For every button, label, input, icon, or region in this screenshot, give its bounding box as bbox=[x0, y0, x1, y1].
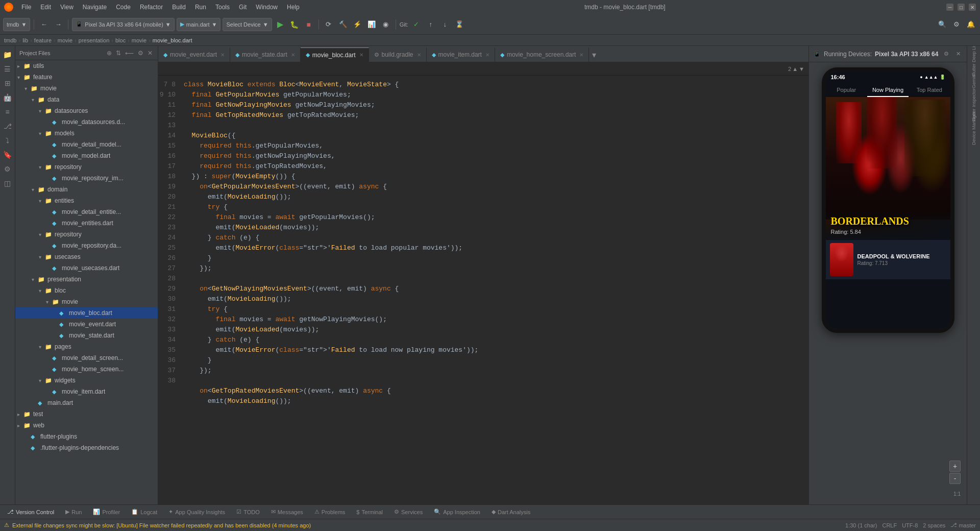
sidebar-icon-build-variants[interactable]: ⚙ bbox=[1, 162, 14, 176]
git-check-button[interactable]: ✓ bbox=[410, 18, 423, 31]
tab-movie-state[interactable]: ◆ movie_state.dart ✕ bbox=[230, 47, 301, 62]
sidebar-icon-project2[interactable]: ≡ bbox=[1, 105, 14, 118]
tree-item-movie-datasources-d---[interactable]: ◆movie_datasources.d... bbox=[15, 116, 158, 128]
breadcrumb-lib[interactable]: lib bbox=[22, 37, 28, 43]
menu-refactor[interactable]: Refactor bbox=[136, 3, 167, 12]
sidebar-icon-project[interactable]: 📁 bbox=[1, 48, 14, 61]
minimize-button[interactable]: ─ bbox=[946, 4, 953, 11]
right-icon-flutter-deeplinks[interactable]: Flutter Deep Links bbox=[968, 52, 979, 63]
select-device-dropdown[interactable]: Select Device ▼ bbox=[223, 18, 272, 31]
sidebar-icon-resource[interactable]: ⊞ bbox=[1, 77, 14, 90]
tree-item-movie-repository-da---[interactable]: ◆movie_repository.da... bbox=[15, 240, 158, 251]
sidebar-icon-structure[interactable]: ☰ bbox=[1, 62, 14, 76]
movie-tab-nowplaying[interactable]: Now Playing bbox=[867, 87, 909, 97]
tree-item-utils[interactable]: ▸📁utils bbox=[15, 60, 158, 71]
bottom-tab-app-quality[interactable]: ✦ App Quality Insights bbox=[163, 506, 230, 518]
tree-item--flutter-plugins-dependencies[interactable]: ◆.flutter-plugins-dependencies bbox=[15, 442, 158, 453]
git-pull-button[interactable]: ↓ bbox=[439, 18, 451, 31]
profile-button[interactable]: 📊 bbox=[365, 18, 378, 31]
tree-item-test[interactable]: ▸📁test bbox=[15, 408, 158, 420]
tab-movie-event[interactable]: ◆ movie_event.dart ✕ bbox=[158, 47, 230, 62]
tree-item-movie[interactable]: ▾📁movie bbox=[15, 83, 158, 94]
tree-item-movie-detail-screen---[interactable]: ◆movie_detail_screen... bbox=[15, 352, 158, 364]
tab-movie-item[interactable]: ◆ movie_item.dart ✕ bbox=[427, 47, 495, 62]
menu-tools[interactable]: Tools bbox=[211, 3, 234, 12]
bottom-tab-profiler[interactable]: 📊 Profiler bbox=[88, 506, 125, 518]
tree-item-movie-repository-im---[interactable]: ◆movie_repository_im... bbox=[15, 173, 158, 184]
run-config-dropdown[interactable]: ▶ main.dart ▼ bbox=[177, 18, 221, 31]
tree-item-domain[interactable]: ▾📁domain bbox=[15, 184, 158, 195]
tab-close-movie-item[interactable]: ✕ bbox=[485, 52, 489, 58]
tree-item-usecases[interactable]: ▾📁usecases bbox=[15, 251, 158, 262]
device-panel-settings[interactable]: ⚙ bbox=[942, 49, 951, 59]
tree-header-collapse[interactable]: ⟵ bbox=[124, 49, 135, 58]
tree-item-web[interactable]: ▸📁web bbox=[15, 420, 158, 431]
close-button[interactable]: ✕ bbox=[969, 4, 976, 11]
forward-button[interactable]: → bbox=[52, 18, 64, 31]
menu-git[interactable]: Git bbox=[235, 3, 251, 12]
bottom-tab-app-inspection[interactable]: 🔍 App Inspection bbox=[429, 506, 485, 518]
back-button[interactable]: ← bbox=[38, 18, 50, 31]
status-branch[interactable]: ⎇ master bbox=[950, 522, 976, 528]
code-content[interactable]: class MovieBloc extends Bloc<MovieEvent,… bbox=[180, 76, 808, 504]
breadcrumb-tmdb[interactable]: tmdb bbox=[4, 37, 16, 43]
menu-help[interactable]: Help bbox=[283, 3, 304, 12]
run-button[interactable]: ▶ bbox=[274, 18, 286, 31]
movie-tab-popular[interactable]: Popular bbox=[826, 87, 867, 97]
device-panel-close[interactable]: ✕ bbox=[954, 49, 963, 59]
tree-item-presentation[interactable]: ▾📁presentation bbox=[15, 274, 158, 285]
breadcrumb-feature[interactable]: feature bbox=[34, 37, 52, 43]
sync-button[interactable]: ⟳ bbox=[323, 18, 335, 31]
sidebar-icon-bookmarks[interactable]: 🔖 bbox=[1, 148, 14, 161]
device-dropdown[interactable]: 📱 Pixel 3a API 33 x86 64 (mobile) ▼ bbox=[72, 18, 174, 31]
right-icon-flutter-inspector[interactable]: Flutter Inspector bbox=[968, 99, 979, 110]
menu-navigate[interactable]: Navigate bbox=[79, 3, 111, 12]
tab-close-movie-bloc[interactable]: ✕ bbox=[359, 52, 363, 58]
tab-close-build-gradle[interactable]: ✕ bbox=[417, 52, 421, 58]
tree-item-models[interactable]: ▾📁models bbox=[15, 128, 158, 139]
tree-item-repository[interactable]: ▾📁repository bbox=[15, 161, 158, 173]
menu-run[interactable]: Run bbox=[191, 3, 210, 12]
tree-item-movie-event-dart[interactable]: ◆movie_event.dart bbox=[15, 319, 158, 330]
tree-item-bloc[interactable]: ▾📁bloc bbox=[15, 285, 158, 296]
fold-counter[interactable]: 2 ▲ ▼ bbox=[786, 64, 806, 74]
status-cursor[interactable]: 1:30 (1 char) bbox=[845, 522, 877, 528]
code-editor[interactable]: 7 8 9 10 11 12 13 14 15 16 17 18 19 20 2… bbox=[158, 76, 808, 504]
right-icon-gemini[interactable]: Gemini bbox=[968, 76, 979, 87]
tree-header-close[interactable]: ✕ bbox=[146, 49, 154, 58]
tree-item-main-dart[interactable]: ◆main.dart bbox=[15, 397, 158, 408]
tab-close-movie-state[interactable]: ✕ bbox=[291, 52, 295, 58]
tree-item-movie-item-dart[interactable]: ◆movie_item.dart bbox=[15, 386, 158, 397]
bottom-tab-terminal[interactable]: $ Terminal bbox=[351, 506, 388, 518]
tree-item-repository[interactable]: ▾📁repository bbox=[15, 229, 158, 240]
tab-close-movie-event[interactable]: ✕ bbox=[220, 52, 225, 58]
breadcrumb-presentation[interactable]: presentation bbox=[79, 37, 110, 43]
bottom-tab-services[interactable]: ⚙ Services bbox=[389, 506, 428, 518]
breadcrumb-movie[interactable]: movie bbox=[58, 37, 72, 43]
status-warning[interactable]: ⚠ bbox=[4, 522, 9, 528]
movie-tab-toprated[interactable]: Top Rated bbox=[909, 87, 950, 97]
menu-build[interactable]: Build bbox=[168, 3, 190, 12]
tree-header-expand[interactable]: ⇅ bbox=[115, 49, 122, 58]
tab-build-gradle[interactable]: ⚙ build.gradle ✕ bbox=[369, 47, 427, 62]
menu-edit[interactable]: Edit bbox=[36, 3, 55, 12]
bottom-tab-todo[interactable]: ☑ TODO bbox=[231, 506, 265, 518]
breadcrumb-file[interactable]: movie_bloc.dart bbox=[153, 37, 192, 43]
status-line-ending[interactable]: CRLF bbox=[882, 522, 897, 528]
git-history-button[interactable]: ⌛ bbox=[453, 18, 465, 31]
tabs-more-button[interactable]: ▾ bbox=[589, 47, 599, 62]
coverage-button[interactable]: ◉ bbox=[380, 18, 392, 31]
zoom-in-button[interactable]: + bbox=[949, 461, 961, 472]
tree-item-data[interactable]: ▾📁data bbox=[15, 94, 158, 105]
tree-item-feature[interactable]: ▾📁feature bbox=[15, 71, 158, 83]
sidebar-icon-structure2[interactable]: ◫ bbox=[1, 177, 14, 190]
tree-item-movie-model-dart[interactable]: ◆movie_model.dart bbox=[15, 150, 158, 161]
bottom-tab-logcat[interactable]: 📋 Logcat bbox=[126, 506, 162, 518]
status-indent[interactable]: 2 spaces bbox=[923, 522, 945, 528]
bottom-tab-problems[interactable]: ⚠ Problems bbox=[309, 506, 350, 518]
tree-item-flutter-plugins[interactable]: ◆flutter-plugins bbox=[15, 431, 158, 442]
right-icon-device-manager[interactable]: Device Manager bbox=[968, 123, 979, 134]
tree-item-movie-usecases-dart[interactable]: ◆movie_usecases.dart bbox=[15, 262, 158, 274]
tree-header-settings[interactable]: ⚙ bbox=[137, 49, 144, 58]
sidebar-icon-pull-requests[interactable]: ⤵ bbox=[1, 134, 14, 147]
